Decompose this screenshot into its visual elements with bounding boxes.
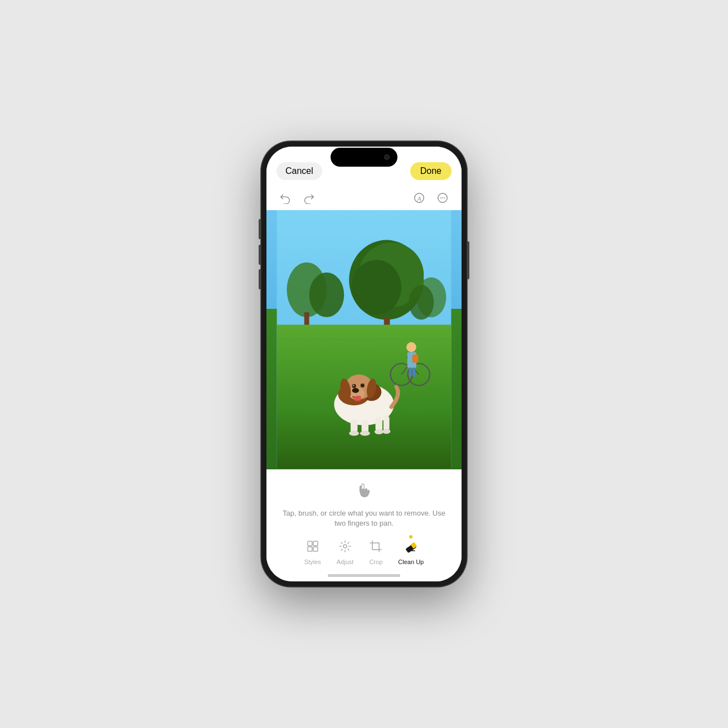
svg-point-8	[309, 273, 344, 317]
crop-icon	[369, 540, 382, 556]
styles-icon	[306, 540, 319, 556]
svg-point-39	[361, 384, 365, 387]
cleanup-icon	[404, 538, 418, 556]
svg-point-37	[352, 388, 360, 393]
photo-scene	[266, 210, 462, 469]
svg-point-49	[360, 431, 370, 436]
bottom-tabs: Styles Adjust	[266, 534, 462, 574]
tab-adjust[interactable]: Adjust	[337, 540, 354, 565]
adjust-icon	[338, 540, 352, 556]
svg-text:A: A	[417, 195, 421, 202]
text-edit-button[interactable]: A	[410, 189, 428, 207]
svg-rect-31	[412, 367, 415, 376]
tab-cleanup[interactable]: Clean Up	[398, 538, 424, 565]
second-toolbar: A	[266, 186, 462, 210]
phone-frame: Cancel Done	[261, 141, 467, 587]
tab-styles[interactable]: Styles	[304, 540, 321, 565]
svg-rect-54	[308, 547, 312, 551]
svg-point-15	[409, 285, 434, 320]
redo-button[interactable]	[300, 189, 318, 207]
svg-point-3	[440, 197, 441, 198]
svg-point-56	[343, 545, 347, 548]
toolbar-right: A	[410, 189, 452, 207]
svg-point-4	[442, 197, 443, 198]
dynamic-island	[331, 148, 397, 167]
crop-label: Crop	[369, 559, 382, 565]
svg-rect-52	[308, 541, 312, 546]
photo-area[interactable]	[266, 210, 462, 469]
svg-point-51	[382, 429, 390, 434]
more-button[interactable]	[434, 189, 452, 207]
svg-rect-29	[412, 355, 419, 362]
svg-point-48	[349, 431, 359, 436]
styles-label: Styles	[304, 559, 321, 565]
toolbar-left	[276, 189, 318, 207]
front-camera	[384, 154, 390, 160]
svg-point-40	[353, 385, 355, 386]
cleanup-label: Clean Up	[398, 559, 424, 565]
svg-point-12	[352, 260, 401, 314]
svg-rect-30	[409, 367, 411, 376]
svg-rect-57	[372, 543, 379, 550]
svg-point-27	[406, 342, 416, 352]
gesture-icon	[353, 478, 375, 504]
bottom-panel: Tap, brush, or circle what you want to r…	[266, 469, 462, 581]
undo-button[interactable]	[276, 189, 294, 207]
svg-rect-55	[313, 547, 318, 551]
svg-rect-53	[313, 541, 318, 546]
svg-point-50	[375, 429, 384, 434]
tab-crop[interactable]: Crop	[369, 540, 382, 565]
cancel-button[interactable]: Cancel	[276, 162, 322, 180]
svg-point-43	[353, 395, 361, 401]
scene-svg	[266, 210, 462, 469]
home-indicator	[328, 574, 400, 577]
phone-screen: Cancel Done	[266, 147, 462, 581]
done-button[interactable]: Done	[410, 162, 452, 180]
adjust-label: Adjust	[337, 559, 354, 565]
active-dot	[409, 535, 412, 538]
instruction-area: Tap, brush, or circle what you want to r…	[266, 469, 462, 534]
instruction-text: Tap, brush, or circle what you want to r…	[278, 508, 450, 528]
svg-point-5	[444, 197, 445, 198]
